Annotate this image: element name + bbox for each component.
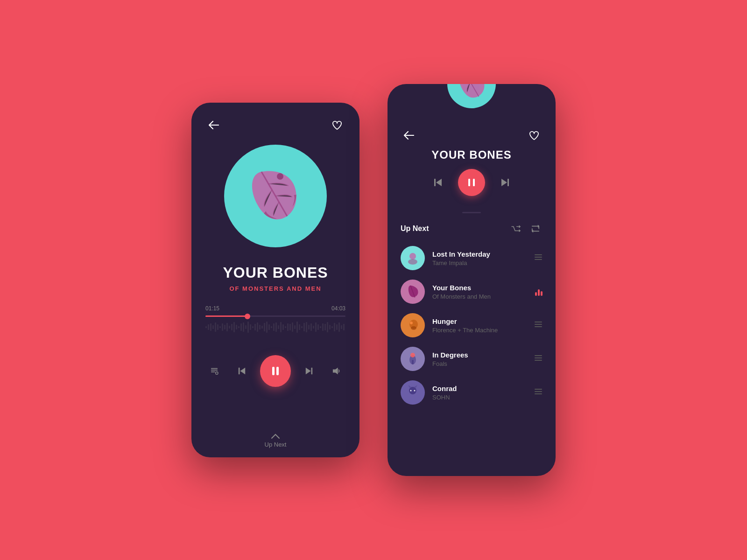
track-thumbnail (401, 280, 425, 304)
svg-point-101 (409, 387, 416, 394)
svg-rect-24 (257, 322, 258, 332)
svg-rect-54 (327, 322, 328, 332)
track-title-text: In Degrees (432, 351, 527, 359)
svg-rect-25 (259, 325, 261, 329)
queue-title-section: YOUR BONES (388, 144, 556, 205)
queue-back-button[interactable] (401, 127, 417, 144)
track-info: In Degrees Foals (432, 351, 527, 367)
svg-rect-19 (245, 325, 247, 329)
svg-marker-67 (306, 368, 311, 374)
queue-list: Lost In Yesterday Tame Impala (388, 241, 556, 467)
time-total: 04:03 (331, 305, 345, 312)
queue-next-button[interactable] (496, 174, 514, 191)
shuffle-button[interactable] (509, 222, 523, 236)
queue-prev-button[interactable] (429, 174, 447, 191)
queue-album-art (447, 84, 496, 108)
track-thumbnail (401, 313, 425, 337)
svg-rect-13 (231, 324, 233, 330)
up-next-text: Up Next (265, 441, 287, 448)
svg-rect-16 (238, 326, 240, 328)
back-button[interactable] (205, 117, 222, 133)
track-artist-text: Foals (432, 360, 527, 367)
svg-rect-47 (310, 323, 312, 331)
svg-rect-36 (285, 326, 286, 328)
svg-marker-72 (436, 179, 442, 186)
progress-section: 01:15 04:03 (205, 305, 345, 336)
drag-handle[interactable] (534, 321, 543, 329)
queue-screen: YOUR BONES Up (388, 84, 556, 476)
svg-rect-73 (434, 179, 436, 186)
queue-pause-button[interactable] (458, 169, 485, 196)
list-item[interactable]: Lost In Yesterday Tame Impala (388, 241, 556, 275)
controls-row (205, 355, 345, 387)
drag-handle[interactable] (534, 355, 543, 363)
svg-point-79 (409, 253, 416, 259)
svg-rect-6 (215, 322, 216, 332)
drag-handle[interactable] (534, 388, 543, 397)
svg-rect-43 (301, 326, 303, 328)
list-item[interactable]: Hunger Florence + The Machine (388, 308, 556, 342)
drag-handle[interactable] (534, 254, 543, 262)
svg-rect-15 (236, 325, 237, 329)
progress-bar[interactable] (205, 315, 345, 317)
svg-rect-49 (315, 322, 317, 332)
svg-rect-52 (322, 323, 324, 331)
queue-song-title: YOUR BONES (401, 148, 543, 161)
svg-rect-75 (473, 179, 475, 186)
track-artist: OF MONSTERS AND MEN (229, 285, 321, 292)
svg-rect-56 (331, 326, 333, 328)
svg-rect-12 (229, 326, 230, 329)
svg-rect-53 (324, 324, 326, 330)
svg-rect-64 (239, 368, 240, 374)
svg-rect-96 (412, 360, 414, 364)
svg-rect-27 (264, 323, 265, 331)
svg-rect-50 (317, 324, 319, 330)
list-item[interactable]: In Degrees Foals (388, 342, 556, 376)
svg-marker-76 (501, 179, 507, 186)
svg-marker-69 (333, 368, 338, 374)
svg-rect-37 (287, 323, 289, 331)
list-item[interactable]: Your Bones Of Monsters and Men (388, 275, 556, 308)
svg-rect-34 (280, 322, 282, 332)
svg-marker-63 (240, 368, 245, 374)
up-next-label: Up Next (401, 224, 429, 233)
up-next-toggle[interactable]: Up Next (265, 434, 287, 448)
svg-point-1 (277, 173, 283, 180)
queue-controls (401, 169, 543, 196)
svg-rect-10 (224, 325, 226, 329)
svg-rect-7 (217, 324, 218, 330)
like-button[interactable] (329, 117, 345, 133)
time-current: 01:15 (205, 305, 219, 312)
svg-point-105 (414, 390, 416, 392)
svg-rect-18 (243, 322, 244, 332)
svg-point-95 (410, 353, 415, 357)
volume-button[interactable] (327, 362, 345, 380)
svg-rect-23 (254, 324, 256, 330)
svg-rect-38 (289, 324, 291, 330)
svg-rect-9 (222, 323, 223, 331)
svg-rect-41 (296, 322, 298, 333)
svg-rect-3 (208, 324, 209, 330)
svg-rect-17 (240, 323, 242, 331)
repeat-button[interactable] (529, 222, 543, 236)
svg-rect-2 (205, 326, 207, 328)
track-thumbnail (401, 347, 425, 371)
track-thumbnail (401, 380, 425, 405)
svg-rect-31 (273, 323, 275, 331)
pause-button[interactable] (260, 355, 291, 387)
progress-thumb[interactable] (245, 314, 250, 319)
prev-button[interactable] (233, 362, 251, 380)
bar1 (535, 292, 537, 296)
svg-rect-57 (334, 323, 335, 331)
svg-rect-51 (320, 326, 321, 328)
list-item[interactable]: Conrad SOHN (388, 376, 556, 409)
svg-rect-14 (233, 322, 235, 332)
next-button[interactable] (300, 362, 318, 380)
svg-rect-45 (306, 322, 307, 332)
lyrics-button[interactable] (205, 362, 224, 380)
queue-like-button[interactable] (526, 127, 543, 144)
svg-rect-58 (336, 324, 338, 330)
svg-rect-65 (272, 367, 275, 375)
track-title-text: Hunger (432, 317, 527, 325)
track-artist-text: Tame Impala (432, 259, 527, 266)
